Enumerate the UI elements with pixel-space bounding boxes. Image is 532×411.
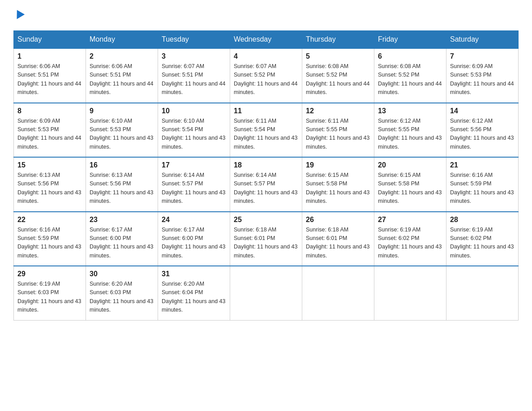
calendar-day-cell: 16Sunrise: 6:13 AMSunset: 5:56 PMDayligh… <box>86 157 158 212</box>
day-number: 18 <box>234 161 298 169</box>
day-number: 27 <box>378 216 442 224</box>
day-number: 15 <box>17 161 82 169</box>
calendar-day-cell <box>302 266 374 320</box>
calendar-week-row: 22Sunrise: 6:16 AMSunset: 5:59 PMDayligh… <box>14 212 519 266</box>
day-info: Sunrise: 6:20 AMSunset: 6:04 PMDaylight:… <box>162 280 226 315</box>
weekday-header-sunday: Sunday <box>14 31 86 49</box>
calendar-day-cell: 27Sunrise: 6:19 AMSunset: 6:02 PMDayligh… <box>374 212 446 266</box>
day-info: Sunrise: 6:16 AMSunset: 5:59 PMDaylight:… <box>17 226 82 261</box>
day-info: Sunrise: 6:18 AMSunset: 6:01 PMDaylight:… <box>234 226 298 261</box>
day-number: 31 <box>162 270 226 278</box>
calendar-day-cell: 10Sunrise: 6:10 AMSunset: 5:54 PMDayligh… <box>158 103 230 158</box>
day-number: 14 <box>450 107 515 115</box>
day-info: Sunrise: 6:16 AMSunset: 5:59 PMDaylight:… <box>450 171 515 206</box>
calendar-day-cell: 29Sunrise: 6:19 AMSunset: 6:03 PMDayligh… <box>14 266 86 320</box>
calendar-day-cell: 11Sunrise: 6:11 AMSunset: 5:54 PMDayligh… <box>230 103 302 158</box>
day-info: Sunrise: 6:17 AMSunset: 6:00 PMDaylight:… <box>90 226 154 261</box>
day-info: Sunrise: 6:08 AMSunset: 5:52 PMDaylight:… <box>378 62 442 97</box>
calendar-day-cell: 31Sunrise: 6:20 AMSunset: 6:04 PMDayligh… <box>158 266 230 320</box>
calendar-day-cell: 7Sunrise: 6:09 AMSunset: 5:53 PMDaylight… <box>446 48 519 103</box>
calendar-day-cell: 24Sunrise: 6:17 AMSunset: 6:00 PMDayligh… <box>158 212 230 266</box>
calendar-day-cell: 6Sunrise: 6:08 AMSunset: 5:52 PMDaylight… <box>374 48 446 103</box>
day-number: 3 <box>162 52 226 60</box>
day-number: 2 <box>90 52 154 60</box>
calendar-day-cell <box>446 266 519 320</box>
day-info: Sunrise: 6:14 AMSunset: 5:57 PMDaylight:… <box>162 171 226 206</box>
day-number: 11 <box>234 107 298 115</box>
calendar-week-row: 15Sunrise: 6:13 AMSunset: 5:56 PMDayligh… <box>14 157 519 212</box>
day-number: 28 <box>450 216 515 224</box>
day-number: 6 <box>378 52 442 60</box>
day-number: 23 <box>90 216 154 224</box>
day-info: Sunrise: 6:11 AMSunset: 5:54 PMDaylight:… <box>234 117 298 152</box>
day-info: Sunrise: 6:06 AMSunset: 5:51 PMDaylight:… <box>17 62 82 97</box>
calendar-week-row: 29Sunrise: 6:19 AMSunset: 6:03 PMDayligh… <box>14 266 519 320</box>
day-number: 25 <box>234 216 298 224</box>
calendar-day-cell: 30Sunrise: 6:20 AMSunset: 6:03 PMDayligh… <box>86 266 158 320</box>
calendar-day-cell: 12Sunrise: 6:11 AMSunset: 5:55 PMDayligh… <box>302 103 374 158</box>
day-number: 9 <box>90 107 154 115</box>
day-info: Sunrise: 6:06 AMSunset: 5:51 PMDaylight:… <box>90 62 154 97</box>
calendar-day-cell: 2Sunrise: 6:06 AMSunset: 5:51 PMDaylight… <box>86 48 158 103</box>
logo <box>13 9 23 21</box>
day-number: 1 <box>17 52 82 60</box>
calendar-day-cell: 8Sunrise: 6:09 AMSunset: 5:53 PMDaylight… <box>14 103 86 158</box>
day-number: 4 <box>234 52 298 60</box>
day-info: Sunrise: 6:13 AMSunset: 5:56 PMDaylight:… <box>17 171 82 206</box>
day-number: 24 <box>162 216 226 224</box>
day-info: Sunrise: 6:17 AMSunset: 6:00 PMDaylight:… <box>162 226 226 261</box>
weekday-header-monday: Monday <box>86 31 158 49</box>
calendar-table: SundayMondayTuesdayWednesdayThursdayFrid… <box>13 30 519 321</box>
day-number: 10 <box>162 107 226 115</box>
day-info: Sunrise: 6:13 AMSunset: 5:56 PMDaylight:… <box>90 171 154 206</box>
weekday-header-friday: Friday <box>374 31 446 49</box>
calendar-day-cell: 14Sunrise: 6:12 AMSunset: 5:56 PMDayligh… <box>446 103 519 158</box>
day-number: 21 <box>450 161 515 169</box>
calendar-week-row: 1Sunrise: 6:06 AMSunset: 5:51 PMDaylight… <box>14 48 519 103</box>
calendar-day-cell: 23Sunrise: 6:17 AMSunset: 6:00 PMDayligh… <box>86 212 158 266</box>
day-number: 16 <box>90 161 154 169</box>
day-number: 7 <box>450 52 515 60</box>
calendar-day-cell: 22Sunrise: 6:16 AMSunset: 5:59 PMDayligh… <box>14 212 86 266</box>
day-number: 29 <box>17 270 82 278</box>
day-number: 22 <box>17 216 82 224</box>
calendar-day-cell: 9Sunrise: 6:10 AMSunset: 5:53 PMDaylight… <box>86 103 158 158</box>
calendar-day-cell: 13Sunrise: 6:12 AMSunset: 5:55 PMDayligh… <box>374 103 446 158</box>
day-info: Sunrise: 6:11 AMSunset: 5:55 PMDaylight:… <box>306 117 370 152</box>
calendar-day-cell: 15Sunrise: 6:13 AMSunset: 5:56 PMDayligh… <box>14 157 86 212</box>
calendar-day-cell: 26Sunrise: 6:18 AMSunset: 6:01 PMDayligh… <box>302 212 374 266</box>
day-number: 5 <box>306 52 370 60</box>
weekday-header-thursday: Thursday <box>302 31 374 49</box>
day-number: 20 <box>378 161 442 169</box>
day-info: Sunrise: 6:19 AMSunset: 6:02 PMDaylight:… <box>378 226 442 261</box>
day-info: Sunrise: 6:12 AMSunset: 5:56 PMDaylight:… <box>450 117 515 152</box>
day-number: 26 <box>306 216 370 224</box>
weekday-header-wednesday: Wednesday <box>230 31 302 49</box>
calendar-day-cell: 25Sunrise: 6:18 AMSunset: 6:01 PMDayligh… <box>230 212 302 266</box>
day-number: 13 <box>378 107 442 115</box>
day-info: Sunrise: 6:12 AMSunset: 5:55 PMDaylight:… <box>378 117 442 152</box>
day-info: Sunrise: 6:08 AMSunset: 5:52 PMDaylight:… <box>306 62 370 97</box>
day-info: Sunrise: 6:18 AMSunset: 6:01 PMDaylight:… <box>306 226 370 261</box>
calendar-day-cell: 18Sunrise: 6:14 AMSunset: 5:57 PMDayligh… <box>230 157 302 212</box>
calendar-day-cell: 17Sunrise: 6:14 AMSunset: 5:57 PMDayligh… <box>158 157 230 212</box>
day-info: Sunrise: 6:19 AMSunset: 6:02 PMDaylight:… <box>450 226 515 261</box>
day-info: Sunrise: 6:14 AMSunset: 5:57 PMDaylight:… <box>234 171 298 206</box>
page-header <box>13 9 519 21</box>
weekday-header-row: SundayMondayTuesdayWednesdayThursdayFrid… <box>14 31 519 49</box>
calendar-header: SundayMondayTuesdayWednesdayThursdayFrid… <box>14 31 519 49</box>
day-info: Sunrise: 6:09 AMSunset: 5:53 PMDaylight:… <box>450 62 515 97</box>
weekday-header-tuesday: Tuesday <box>158 31 230 49</box>
calendar-day-cell: 19Sunrise: 6:15 AMSunset: 5:58 PMDayligh… <box>302 157 374 212</box>
calendar-day-cell: 4Sunrise: 6:07 AMSunset: 5:52 PMDaylight… <box>230 48 302 103</box>
day-info: Sunrise: 6:07 AMSunset: 5:51 PMDaylight:… <box>162 62 226 97</box>
day-number: 19 <box>306 161 370 169</box>
day-info: Sunrise: 6:15 AMSunset: 5:58 PMDaylight:… <box>378 171 442 206</box>
day-info: Sunrise: 6:15 AMSunset: 5:58 PMDaylight:… <box>306 171 370 206</box>
day-number: 8 <box>17 107 82 115</box>
day-info: Sunrise: 6:10 AMSunset: 5:53 PMDaylight:… <box>90 117 154 152</box>
day-number: 17 <box>162 161 226 169</box>
weekday-header-saturday: Saturday <box>446 31 519 49</box>
calendar-week-row: 8Sunrise: 6:09 AMSunset: 5:53 PMDaylight… <box>14 103 519 158</box>
calendar-day-cell: 5Sunrise: 6:08 AMSunset: 5:52 PMDaylight… <box>302 48 374 103</box>
